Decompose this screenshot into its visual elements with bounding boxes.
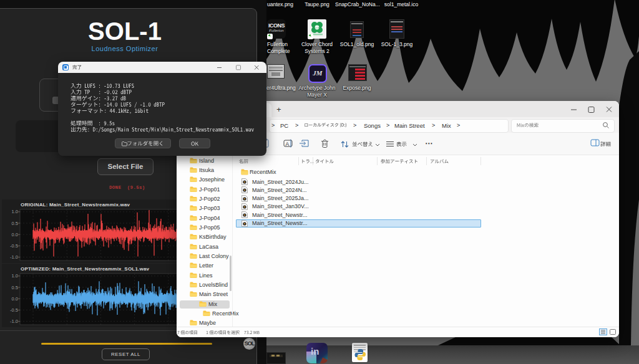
svg-text:CCS: CCS [315,27,320,29]
svg-text:A: A [286,141,290,147]
